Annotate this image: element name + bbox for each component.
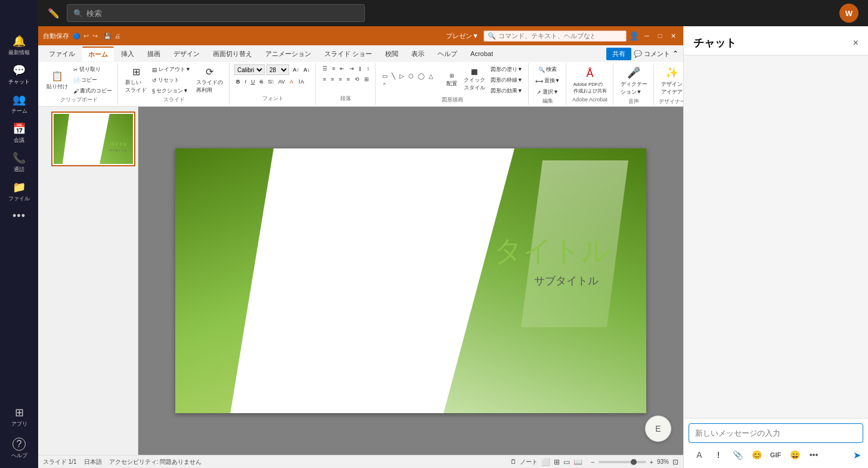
font-increase-button[interactable]: A↑ <box>291 66 301 74</box>
tab-help[interactable]: ヘルプ <box>432 47 463 61</box>
save-icon[interactable]: 💾 <box>104 33 111 39</box>
sidebar-item-calendar[interactable]: 📅 会議 <box>5 119 33 148</box>
sidebar-item-activity[interactable]: 🔔 最新情報 <box>5 31 33 60</box>
maximize-button[interactable]: □ <box>655 30 665 41</box>
outline-view-icon[interactable]: ⊞ <box>554 458 560 466</box>
tab-draw[interactable]: 描画 <box>141 47 166 61</box>
floating-user-button[interactable]: E <box>645 416 671 442</box>
font-decrease-button[interactable]: A↓ <box>302 66 312 74</box>
strikethrough-button[interactable]: S <box>258 78 265 86</box>
shape-6[interactable]: △ <box>427 72 435 80</box>
align-left-button[interactable]: ≡ <box>321 75 328 83</box>
char-spacing-button[interactable]: AV <box>277 78 287 86</box>
zoom-in-icon[interactable]: + <box>650 458 653 466</box>
shadow-button[interactable]: S⃣ <box>266 78 275 86</box>
highlight-button[interactable]: ⌇A <box>296 78 306 86</box>
normal-view-icon[interactable]: ⬜ <box>541 458 550 466</box>
tab-insert[interactable]: 挿入 <box>115 47 140 61</box>
indent-increase-button[interactable]: ⇥ <box>348 64 356 73</box>
header-search[interactable]: 🔍 <box>67 4 365 22</box>
sidebar-item-files[interactable]: 📁 ファイル <box>5 177 33 206</box>
replace-button[interactable]: ⟷置換▼ <box>534 76 562 86</box>
print-icon[interactable]: 🖨 <box>114 33 120 39</box>
reuse-slide-button[interactable]: ⟳ スライドの再利用 <box>194 64 225 96</box>
shape-5[interactable]: ◯ <box>416 72 426 80</box>
slide-title[interactable]: タイトル <box>494 232 610 270</box>
columns-button[interactable]: ⫿ <box>357 64 364 73</box>
align-center-button[interactable]: ≡ <box>329 75 336 83</box>
layout-button[interactable]: ▤レイアウト▼ <box>150 64 193 75</box>
shape-4[interactable]: ⬡ <box>407 72 416 80</box>
shape-1[interactable]: ▭ <box>380 72 389 80</box>
search-input[interactable] <box>86 9 358 18</box>
undo-icon[interactable]: ↩ <box>83 32 89 40</box>
tab-file[interactable]: ファイル <box>43 47 81 61</box>
format-text-button[interactable]: A <box>691 447 708 463</box>
attach-button[interactable]: 📎 <box>729 447 746 463</box>
send-button[interactable]: ➤ <box>853 450 861 461</box>
slide-subtitle[interactable]: サブタイトル <box>534 274 599 288</box>
slideshow-view-icon[interactable]: ▭ <box>563 458 570 466</box>
close-chat-button[interactable]: × <box>853 38 858 48</box>
italic-button[interactable]: I <box>243 78 248 86</box>
sidebar-item-apps[interactable]: ⊞ アプリ <box>5 402 33 432</box>
effect-button[interactable]: 図形の効果▼ <box>489 86 525 96</box>
bold-button[interactable]: B <box>234 78 242 86</box>
new-slide-button[interactable]: ⊞ 新しいスライド <box>123 64 149 96</box>
design-ideas-button[interactable]: ✨ デザインアイデア <box>659 64 685 98</box>
zoom-level[interactable]: 93% <box>657 458 669 465</box>
bullet-button[interactable]: ☰ <box>321 64 329 73</box>
align-button[interactable]: ⊞ 配置 <box>444 71 460 89</box>
line-spacing-button[interactable]: ↕ <box>365 64 371 73</box>
shape-up[interactable]: ⌃ <box>380 81 389 89</box>
sidebar-item-more[interactable]: ••• <box>5 206 33 226</box>
gif-button[interactable]: GIF <box>767 447 784 463</box>
emoji-button[interactable]: 😊 <box>748 447 765 463</box>
tab-home[interactable]: ホーム <box>82 47 114 61</box>
indent-decrease-button[interactable]: ⇤ <box>338 64 346 73</box>
share-button[interactable]: 共有 <box>606 48 631 60</box>
justify-button[interactable]: ≡ <box>345 75 352 83</box>
dictation-button[interactable]: 🎤 ディクテーション▼ <box>618 64 650 98</box>
shape-3[interactable]: ▷ <box>398 72 406 80</box>
exclamation-button[interactable]: ! <box>710 447 727 463</box>
underline-button[interactable]: U <box>249 78 257 86</box>
adobe-pdf-button[interactable]: Å Adobe PDFの作成および共有 <box>571 66 609 96</box>
copy-button[interactable]: 📄コピー <box>72 75 114 85</box>
slide-thumbnail[interactable]: タイトル サブタイトル <box>51 111 135 166</box>
shape-2[interactable]: ╲ <box>390 72 397 80</box>
find-button[interactable]: 🔍検索 <box>537 64 559 75</box>
reset-button[interactable]: ↺リセット <box>150 75 193 85</box>
section-button[interactable]: §セクション▼ <box>150 86 193 96</box>
smart-art-button[interactable]: ⊞ <box>362 75 371 83</box>
zoom-out-icon[interactable]: − <box>591 458 594 466</box>
sidebar-item-teams[interactable]: 👥 チーム <box>5 89 33 119</box>
person-icon[interactable]: 👤 <box>629 31 639 41</box>
sidebar-item-chat[interactable]: 💬 チャット <box>5 60 33 89</box>
font-size-select[interactable]: 28 <box>266 64 289 75</box>
font-color-button[interactable]: A <box>288 78 295 86</box>
user-avatar[interactable]: W <box>839 4 858 23</box>
select-button[interactable]: ↗選択▼ <box>535 87 560 97</box>
format-copy-button[interactable]: 🖌書式のコピー <box>72 86 114 96</box>
close-button[interactable]: ✕ <box>668 30 678 41</box>
tab-view[interactable]: 表示 <box>405 47 430 61</box>
tab-review[interactable]: 校閲 <box>379 47 404 61</box>
sidebar-item-calls[interactable]: 📞 通話 <box>5 148 33 177</box>
font-family-select[interactable]: Calibri <box>234 64 265 75</box>
ppt-search-input[interactable] <box>498 32 594 39</box>
sticker-button[interactable]: 😄 <box>786 447 803 463</box>
tab-transitions[interactable]: 画面切り替え <box>207 47 258 61</box>
tab-design[interactable]: デザイン <box>168 47 206 61</box>
cut-button[interactable]: ✂切り取り <box>72 64 114 75</box>
fit-slide-icon[interactable]: ⊡ <box>672 458 678 466</box>
fill-color-button[interactable]: 図形の塗り▼ <box>489 64 525 75</box>
ribbon-toggle-icon[interactable]: ⌃ <box>672 49 678 58</box>
chat-input[interactable] <box>695 429 857 438</box>
number-button[interactable]: ≡ <box>330 64 337 73</box>
paste-button[interactable]: 📋 貼り付け <box>44 69 70 92</box>
reading-view-icon[interactable]: 📖 <box>574 458 582 466</box>
ppt-search-box[interactable]: 🔍 <box>483 30 627 42</box>
edit-icon[interactable]: ✏️ <box>48 8 60 19</box>
text-direction-button[interactable]: ⟲ <box>353 75 361 83</box>
